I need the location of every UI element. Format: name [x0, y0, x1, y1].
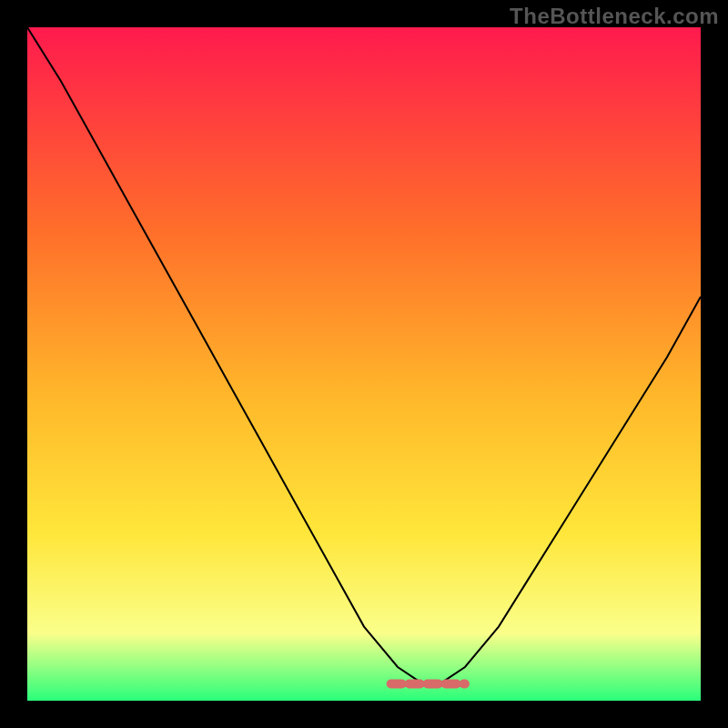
- chart-frame: TheBottleneck.com: [0, 0, 728, 728]
- bottleneck-chart-canvas: [27, 27, 701, 701]
- attribution-watermark: TheBottleneck.com: [510, 4, 719, 29]
